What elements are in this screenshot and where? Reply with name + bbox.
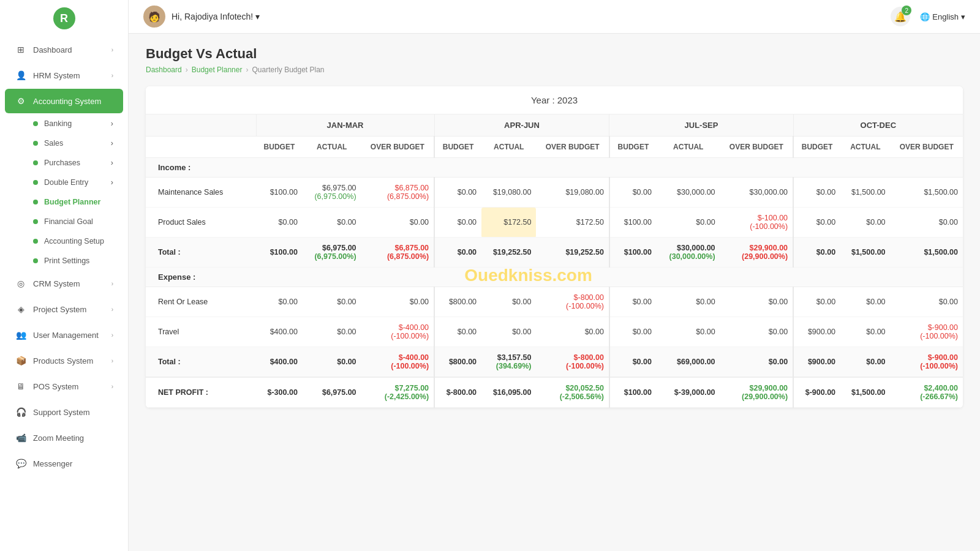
sidebar-item-dashboard[interactable]: ⊞ Dashboard › <box>5 37 123 62</box>
sidebar-item-print-settings[interactable]: Print Settings <box>5 252 123 270</box>
sidebar-label-financial-goal: Financial Goal <box>44 217 93 226</box>
lang-chevron-icon: ▾ <box>961 12 965 21</box>
sidebar-label-double-entry: Double Entry <box>44 178 88 187</box>
chevron-icon: › <box>111 280 113 287</box>
dropdown-icon: ▾ <box>255 12 260 21</box>
sidebar-item-zoom[interactable]: 📹 Zoom Meeting <box>5 425 123 450</box>
sidebar-item-financial-goal[interactable]: Financial Goal <box>5 212 123 231</box>
sidebar-item-messenger[interactable]: 💬 Messenger <box>5 451 123 476</box>
dot-icon <box>33 141 38 146</box>
breadcrumb-current: Quarterly Budget Plan <box>252 66 324 74</box>
sidebar-item-accounting[interactable]: ⚙ Accounting System <box>5 89 123 113</box>
sidebar-item-double-entry[interactable]: Double Entry › <box>5 173 123 192</box>
sidebar-item-budget-planner[interactable]: Budget Planner <box>5 193 123 211</box>
user-greeting[interactable]: Hi, Rajodiya Infotech! ▾ <box>172 12 260 21</box>
sidebar-label-accounting-setup: Accounting Setup <box>44 237 104 246</box>
project-icon: ◈ <box>15 303 27 315</box>
sidebar-label-user-mgmt: User Management <box>33 331 111 340</box>
sidebar-item-products[interactable]: 📦 Products System › <box>5 348 123 373</box>
budget-table-container: Year : 2023 JAN-MAR APR-JUN JUL-SEP OCT-… <box>146 86 963 408</box>
sidebar-label-messenger: Messenger <box>33 459 113 468</box>
row-label: Rent Or Lease <box>146 287 256 317</box>
breadcrumb-parent[interactable]: Budget Planner <box>192 66 243 74</box>
chevron-icon: › <box>111 47 113 53</box>
sidebar-item-sales[interactable]: Sales › <box>5 134 123 152</box>
sidebar-item-banking[interactable]: Banking › <box>5 114 123 133</box>
row-label: Product Sales <box>146 208 256 238</box>
sidebar-item-accounting-setup[interactable]: Accounting Setup <box>5 232 123 250</box>
chevron-icon: › <box>111 306 113 313</box>
row-label: Travel <box>146 317 256 347</box>
avatar: 🧑 <box>143 6 165 28</box>
chevron-icon: › <box>111 358 113 364</box>
chevron-icon: › <box>111 72 113 79</box>
expense-total-row: Total : $400.00 $0.00 $-400.00(-100.00%)… <box>146 347 963 378</box>
table-row: Maintenance Sales $100.00 $6,975.00(6,97… <box>146 178 963 208</box>
breadcrumb: Dashboard › Budget Planner › Quarterly B… <box>146 66 963 74</box>
col-header-empty <box>146 114 256 137</box>
sidebar-label-project: Project System <box>33 305 111 314</box>
col-row-label <box>146 137 256 158</box>
logo-icon: R <box>53 7 75 29</box>
crm-icon: ◎ <box>15 277 27 290</box>
sidebar-label-pos: POS System <box>33 382 111 391</box>
expense-label: Expense : <box>146 268 963 287</box>
sidebar-item-crm[interactable]: ◎ CRM System › <box>5 271 123 296</box>
breadcrumb-sep1: › <box>186 66 188 74</box>
topbar-left: 🧑 Hi, Rajodiya Infotech! ▾ <box>143 6 260 28</box>
sidebar-label-accounting: Accounting System <box>33 97 113 106</box>
support-icon: 🎧 <box>15 406 27 418</box>
sidebar-label-hrm: HRM System <box>33 71 111 80</box>
table-row: Rent Or Lease $0.00 $0.00 $0.00 $800.00 … <box>146 287 963 317</box>
sidebar-label-banking: Banking <box>44 119 72 128</box>
sidebar-label-zoom: Zoom Meeting <box>33 433 113 443</box>
quarter-apr-jun: APR-JUN <box>434 114 609 137</box>
dot-icon <box>33 180 38 185</box>
messenger-icon: 💬 <box>15 457 27 470</box>
sidebar-item-hrm[interactable]: 👤 HRM System › <box>5 63 123 88</box>
col-jul-actual: ACTUAL <box>657 137 720 158</box>
dot-icon <box>33 121 38 126</box>
year-label: Year : 2023 <box>146 86 963 114</box>
notification-button[interactable]: 🔔 2 <box>891 7 910 26</box>
income-section-header: Income : <box>146 158 963 178</box>
sidebar: R ⊞ Dashboard › 👤 HRM System › ⚙ Account… <box>0 0 129 551</box>
expense-section-header: Expense : <box>146 268 963 287</box>
col-jan-budget: BUDGET <box>256 137 303 158</box>
page-title: Budget Vs Actual <box>146 46 963 62</box>
page-body: Budget Vs Actual Dashboard › Budget Plan… <box>129 34 980 551</box>
sidebar-logo: R <box>0 0 128 37</box>
col-apr-actual: ACTUAL <box>481 137 536 158</box>
sidebar-item-purchases[interactable]: Purchases › <box>5 154 123 172</box>
col-jan-over: OVER BUDGET <box>361 137 435 158</box>
col-jul-over: OVER BUDGET <box>720 137 794 158</box>
hrm-icon: 👤 <box>15 69 27 81</box>
sidebar-item-pos[interactable]: 🖥 POS System › <box>5 374 123 399</box>
sidebar-label-dashboard: Dashboard <box>33 45 111 54</box>
dot-icon <box>33 239 38 244</box>
language-label: English <box>932 12 959 21</box>
chevron-icon: › <box>111 178 113 187</box>
col-jan-actual: ACTUAL <box>303 137 361 158</box>
sidebar-item-support[interactable]: 🎧 Support System <box>5 400 123 424</box>
quarter-jan-mar: JAN-MAR <box>256 114 434 137</box>
net-profit-row: NET PROFIT : $-300.00 $6,975.00 $7,275.0… <box>146 377 963 408</box>
dot-icon <box>33 219 38 224</box>
row-label: Maintenance Sales <box>146 178 256 208</box>
sidebar-item-user-mgmt[interactable]: 👥 User Management › <box>5 323 123 347</box>
sidebar-item-project[interactable]: ◈ Project System › <box>5 297 123 321</box>
notification-badge: 2 <box>902 6 911 15</box>
col-jul-budget: BUDGET <box>609 137 657 158</box>
dashboard-icon: ⊞ <box>15 43 27 56</box>
dot-icon <box>33 200 38 204</box>
pos-icon: 🖥 <box>15 380 27 392</box>
chevron-icon: › <box>111 119 113 128</box>
products-icon: 📦 <box>15 354 27 367</box>
breadcrumb-home[interactable]: Dashboard <box>146 66 182 74</box>
col-oct-over: OVER BUDGET <box>891 137 963 158</box>
sidebar-label-budget-planner: Budget Planner <box>44 198 100 206</box>
col-oct-budget: BUDGET <box>793 137 840 158</box>
breadcrumb-sep2: › <box>246 66 248 74</box>
language-selector[interactable]: 🌐 English ▾ <box>920 12 965 21</box>
sidebar-label-sales: Sales <box>44 139 63 148</box>
